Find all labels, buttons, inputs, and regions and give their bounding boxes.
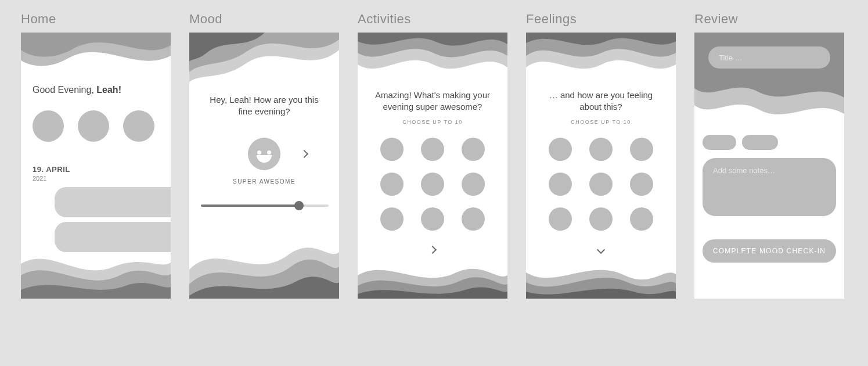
screen-mood: Hey, Leah! How are you this fine evening… (189, 33, 339, 299)
greeting-text: Good Evening, Leah! (33, 85, 159, 95)
feeling-option[interactable] (630, 207, 653, 231)
screen-feelings: … and how are you feeling about this? CH… (526, 33, 676, 299)
feelings-subnote: CHOOSE UP TO 10 (538, 119, 664, 125)
frame-title-review: Review (694, 12, 844, 27)
activity-option[interactable] (380, 138, 404, 161)
activity-option[interactable] (462, 207, 485, 231)
chevron-right-icon[interactable] (300, 149, 308, 157)
tag-chip[interactable] (703, 135, 736, 150)
frame-review: Review Title … (694, 12, 844, 299)
feelings-question: … and how are you feeling about this? (540, 89, 662, 113)
title-placeholder: Title … (719, 53, 743, 62)
frame-activities: Activities Amazing! What's making your e… (358, 12, 507, 299)
activity-option[interactable] (421, 207, 444, 231)
date-year: 2021 (33, 175, 159, 182)
activities-subnote: CHOOSE UP TO 10 (369, 119, 496, 125)
frame-home: Home Good Evening, Leah! (21, 12, 171, 299)
screen-home: Good Evening, Leah! 19. APRIL 2021 (21, 33, 171, 299)
feeling-option[interactable] (549, 173, 572, 196)
chevron-right-icon[interactable] (428, 245, 437, 253)
frame-title-activities: Activities (358, 12, 507, 27)
frame-mood: Mood Hey, Leah! How are you this fine ev… (189, 12, 339, 299)
mood-question: Hey, Leah! How are you this fine evening… (206, 94, 322, 118)
activities-question: Amazing! What's making your evening supe… (369, 89, 496, 113)
activity-option[interactable] (380, 173, 404, 196)
activity-option[interactable] (421, 173, 444, 196)
summary-icon[interactable] (78, 110, 109, 142)
frame-title-feelings: Feelings (526, 12, 676, 27)
mood-slider-fill (201, 204, 299, 207)
activity-option[interactable] (462, 138, 485, 161)
wave-decoration-bottom (189, 229, 339, 299)
frame-title-mood: Mood (189, 12, 339, 27)
feeling-option[interactable] (630, 173, 653, 196)
notes-input[interactable]: Add some notes… (703, 158, 836, 216)
activity-option[interactable] (462, 173, 485, 196)
frame-feelings: Feelings … and how are you feeling about… (526, 12, 676, 299)
screen-activities: Amazing! What's making your evening supe… (358, 33, 507, 299)
mood-label: SUPER AWESOME (201, 178, 327, 185)
feeling-option[interactable] (589, 138, 613, 161)
wave-decoration-bottom (526, 258, 676, 299)
screen-review: Title … Add some notes… COMPLETE MOOD CH… (694, 33, 844, 299)
greeting-prefix: Good Evening, (33, 85, 96, 95)
entry-card[interactable] (55, 187, 171, 217)
notes-placeholder: Add some notes… (713, 166, 775, 175)
mood-slider-thumb[interactable] (294, 201, 304, 210)
entry-card[interactable] (55, 222, 171, 252)
tag-chip[interactable] (742, 135, 778, 150)
mood-face-icon (248, 138, 280, 170)
date-block: 19. APRIL 2021 (33, 165, 159, 182)
summary-icon[interactable] (33, 110, 64, 142)
mood-slider[interactable] (201, 204, 329, 207)
feeling-option[interactable] (589, 173, 613, 196)
date-day: 19. APRIL (33, 165, 159, 174)
title-input[interactable]: Title … (708, 46, 830, 69)
complete-button[interactable]: COMPLETE MOOD CHECK-IN (703, 239, 836, 263)
activities-grid (369, 138, 496, 231)
summary-icons-row (33, 110, 159, 142)
complete-button-label: COMPLETE MOOD CHECK-IN (713, 247, 826, 255)
wave-decoration-bottom (358, 258, 507, 299)
feeling-option[interactable] (630, 138, 653, 161)
activity-option[interactable] (421, 138, 444, 161)
summary-icon[interactable] (123, 110, 154, 142)
activity-option[interactable] (380, 207, 404, 231)
feeling-option[interactable] (589, 207, 613, 231)
feeling-option[interactable] (549, 207, 572, 231)
frame-title-home: Home (21, 12, 171, 27)
tags-row (694, 135, 844, 150)
chevron-down-icon[interactable] (597, 245, 605, 253)
feeling-option[interactable] (549, 138, 572, 161)
greeting-name: Leah! (96, 85, 121, 95)
feelings-grid (538, 138, 664, 231)
